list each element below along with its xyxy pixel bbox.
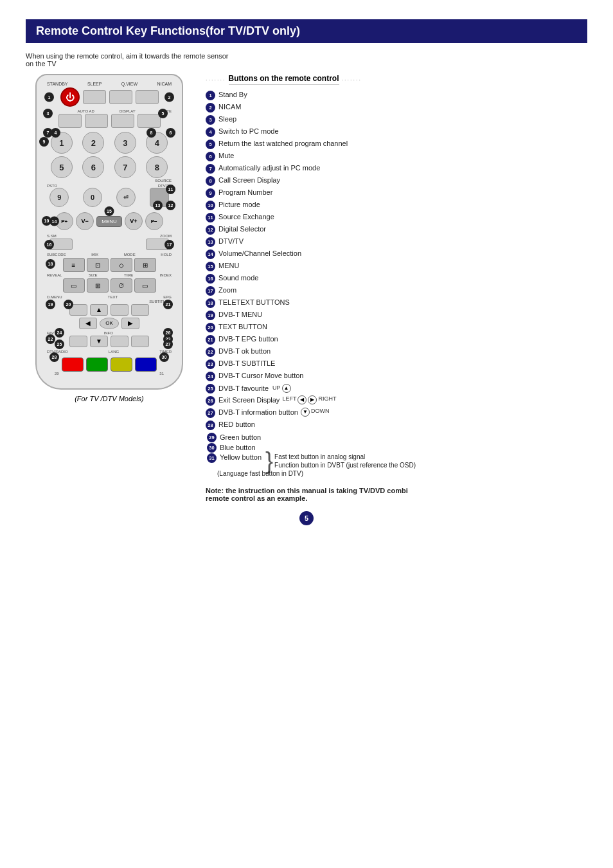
list-item-11: 11 Source Exchange [206, 212, 587, 222]
list-text-10: Picture mode [218, 200, 260, 209]
text-button[interactable] [111, 304, 129, 316]
mix-button[interactable]: ⊡ [87, 258, 109, 272]
v-plus-button[interactable]: V+ [125, 212, 143, 230]
list-text-5: Return the last watched program channel [218, 139, 348, 148]
num-badge-12: 12 [206, 225, 215, 235]
num-badge-31: 31 [207, 453, 217, 463]
down-arrow-button[interactable]: ▼ [90, 336, 108, 347]
num-9[interactable]: 9 [49, 188, 69, 207]
label-nicam: NICAM [157, 82, 172, 86]
menu-button[interactable]: MENU [96, 216, 122, 227]
mode-button[interactable]: ◇ [111, 258, 132, 272]
mute-button[interactable] [138, 114, 161, 128]
list-text-30: Blue button [220, 443, 256, 452]
num-0[interactable]: 0 [83, 188, 102, 207]
num-badge-19: 19 [206, 311, 215, 320]
label-zoom: ZOOM [160, 234, 172, 238]
up-arrow-button[interactable]: ▲ [90, 304, 108, 316]
num-7[interactable]: 7 [114, 156, 136, 178]
num-badge-18: 18 [206, 298, 215, 308]
num-badge-14: 14 [206, 249, 215, 259]
label-time: TIME [124, 273, 133, 277]
fav-button[interactable] [69, 336, 87, 347]
label-subcode: SUBCODE [47, 253, 66, 257]
num-badge-23: 23 [206, 359, 215, 369]
display-button[interactable] [111, 114, 134, 128]
power-button[interactable]: ⏻ [60, 87, 80, 107]
num-6[interactable]: 6 [82, 156, 104, 178]
yellow-button[interactable] [111, 357, 132, 372]
list-text-3: Sleep [218, 114, 236, 123]
up-circle: ▲ [282, 384, 291, 393]
content-area: STANDBY SLEEP Q.VIEW NICAM 1 ⏻ 2 [26, 74, 587, 502]
info-button[interactable] [111, 336, 129, 347]
blue-button[interactable] [135, 357, 157, 372]
exit-button[interactable] [131, 336, 149, 347]
badge-20: 20 [64, 300, 73, 309]
list-text-20: TEXT BUTTON [218, 322, 267, 331]
reveal-button[interactable]: ▭ [63, 278, 85, 293]
dots-right: ······· [342, 77, 362, 83]
buttons-header-row: ······· Buttons on the remote control ··… [206, 74, 587, 85]
label-hold: HOLD [161, 253, 172, 257]
badge-17: 17 [164, 240, 174, 249]
right-arrow-button[interactable]: ▶ [121, 318, 139, 329]
p-minus-button[interactable]: P− [145, 212, 163, 230]
row1: 1 ⏻ 2 [44, 87, 174, 107]
qview-button[interactable] [109, 90, 132, 104]
list-text-21: DVB-T EPG button [218, 334, 278, 343]
list-item-23: 23 DVB-T SUBTITLE [206, 359, 587, 369]
badge-29-label: 29 [55, 372, 59, 375]
badge-31-label: 31 [159, 372, 164, 375]
list-item-29-31: 29 Green button 30 Blue button 31 Yellow… [207, 432, 587, 478]
badge-2: 2 [164, 93, 174, 102]
remote-wrapper: STANDBY SLEEP Q.VIEW NICAM 1 ⏻ 2 [26, 74, 193, 402]
badge-30: 30 [159, 352, 169, 362]
red-button[interactable] [62, 357, 84, 372]
list-item-21: 21 DVB-T EPG button [206, 334, 587, 345]
num-2[interactable]: 2 [82, 132, 104, 154]
subcode-button[interactable]: ≡ [63, 258, 85, 272]
num-3[interactable]: 3 [114, 132, 136, 154]
epg-button[interactable] [131, 304, 149, 316]
green-button[interactable] [86, 357, 108, 372]
pc-button[interactable] [58, 114, 82, 128]
left-arrow-button[interactable]: ◀ [79, 318, 97, 329]
size-button[interactable]: ⊞ [87, 278, 109, 293]
index-button[interactable]: ▭ [134, 278, 156, 293]
page-title: Remote Control Key Functions(for TV/DTV … [26, 19, 587, 43]
for-models-text: (For TV /DTV Models) [26, 395, 193, 402]
sleep-button[interactable] [83, 90, 106, 104]
list-text-17: Zoom [218, 285, 236, 294]
label-epg: EPG [163, 295, 172, 299]
teletext-row1: 18 ≡ ⊡ ◇ ⊞ [44, 258, 174, 272]
badge-9: 9 [39, 137, 49, 147]
list-text-27: DVB-T information button [218, 408, 298, 417]
ok-button[interactable]: OK [100, 318, 119, 329]
badge-14: 14 [49, 217, 59, 226]
badge-22: 22 [46, 334, 55, 344]
list-text-6: Mute [218, 151, 234, 160]
list-text-12: Digital Selector [218, 224, 266, 233]
note-box: Note: the instruction on this manual is … [206, 487, 424, 502]
num-return[interactable]: ⏎ [116, 188, 136, 207]
list-text-9: Program Number [218, 188, 272, 197]
num-5[interactable]: 5 [51, 156, 73, 178]
row2-labels: PC AUTO AD DISPLAY MUTE [44, 109, 174, 113]
color-sub-labels: 29 31 [44, 372, 174, 375]
num-8[interactable]: 8 [146, 156, 168, 178]
time-button[interactable]: ⏱ [111, 278, 132, 293]
hold-button[interactable]: ⊞ [134, 258, 156, 272]
num-badge-2: 2 [206, 103, 215, 113]
v-minus-button[interactable]: V− [76, 212, 94, 230]
ssm-zoom-btns: 16 17 [44, 239, 174, 250]
autoad-button[interactable] [85, 114, 108, 128]
list-item-24: 24 DVB-T Cursor Move button [206, 371, 587, 381]
num-badge-5: 5 [206, 140, 215, 149]
nicam-button[interactable] [136, 90, 159, 104]
list-text-14: Volume/Channel Selection [218, 249, 301, 258]
badge-7: 7 [43, 128, 53, 138]
list-text-11: Source Exchange [218, 212, 274, 221]
num-badge-29: 29 [207, 433, 217, 442]
teletext-labels: SUBCODE MIX MODE HOLD [44, 253, 174, 257]
